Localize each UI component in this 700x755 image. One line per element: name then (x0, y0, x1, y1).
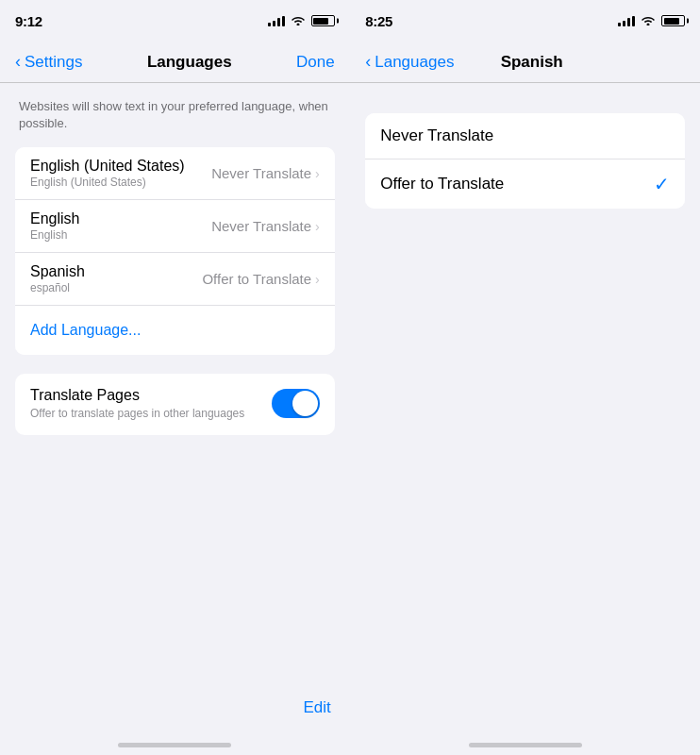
signal-icon-right (618, 15, 635, 26)
right-panel: 8:25 ‹ Languages (350, 0, 700, 755)
wifi-icon (291, 14, 306, 28)
nav-bar-right: ‹ Languages Spanish (350, 42, 700, 83)
back-chevron-icon: ‹ (15, 52, 21, 72)
status-bar-right: 8:25 (350, 0, 700, 42)
language-action-spanish: Offer to Translate (202, 271, 311, 287)
back-label-settings: Settings (25, 53, 82, 72)
language-item-english-us[interactable]: English (United States) English (United … (15, 147, 335, 200)
language-subtitle-english: English (30, 228, 79, 242)
left-panel: 9:12 ‹ Settings (0, 0, 350, 755)
back-chevron-icon-right: ‹ (365, 52, 371, 72)
add-language-label: Add Language... (30, 322, 141, 339)
translate-pages-subtitle: Offer to translate pages in other langua… (30, 406, 260, 422)
option-label-never-translate: Never Translate (380, 126, 493, 145)
back-button-languages[interactable]: ‹ Languages (365, 53, 454, 72)
status-icons-right (618, 14, 685, 28)
language-action-english-us: Never Translate (211, 165, 311, 181)
home-indicator-left (118, 743, 231, 747)
status-bar-left: 9:12 (0, 0, 350, 42)
translate-pages-toggle[interactable] (272, 389, 320, 418)
language-item-spanish[interactable]: Spanish español Offer to Translate › (15, 253, 335, 306)
edit-link[interactable]: Edit (303, 698, 330, 716)
add-language-item[interactable]: Add Language... (15, 306, 335, 355)
checkmark-icon: ✓ (654, 173, 670, 195)
edit-link-row: Edit (303, 698, 330, 717)
battery-icon (311, 15, 335, 26)
option-list: Never Translate Offer to Translate ✓ (365, 113, 685, 209)
battery-icon-right (661, 15, 685, 26)
language-subtitle-english-us: English (United States) (30, 176, 185, 189)
status-icons-left (268, 14, 335, 28)
status-time-left: 9:12 (15, 13, 42, 29)
nav-bar-left: ‹ Settings Languages Done (0, 42, 350, 83)
language-title-english-us: English (United States) (30, 158, 185, 175)
language-action-english: Never Translate (211, 218, 311, 234)
nav-title-languages: Languages (147, 53, 232, 72)
language-list: English (United States) English (United … (15, 147, 335, 355)
language-title-english: English (30, 210, 79, 227)
done-button[interactable]: Done (296, 53, 335, 72)
language-subtitle-spanish: español (30, 281, 85, 294)
language-title-spanish: Spanish (30, 263, 85, 280)
section-note: Websites will show text in your preferre… (0, 98, 350, 147)
status-time-right: 8:25 (365, 13, 392, 29)
translate-pages-card: Translate Pages Offer to translate pages… (15, 374, 335, 435)
signal-icon (268, 15, 285, 26)
language-item-english[interactable]: English English Never Translate › (15, 200, 335, 253)
back-label-languages: Languages (375, 53, 454, 72)
toggle-knob (292, 391, 318, 416)
translate-pages-title: Translate Pages (30, 387, 260, 404)
chevron-right-icon-2: › (315, 272, 320, 287)
option-label-offer-translate: Offer to Translate (380, 175, 504, 193)
home-indicator-right (469, 743, 582, 747)
right-content: Never Translate Offer to Translate ✓ (350, 83, 700, 755)
option-item-never-translate[interactable]: Never Translate (365, 113, 685, 159)
wifi-icon-right (641, 14, 656, 28)
chevron-right-icon-1: › (315, 219, 320, 234)
chevron-right-icon-0: › (315, 166, 320, 181)
left-content: Websites will show text in your preferre… (0, 83, 350, 755)
back-button-settings[interactable]: ‹ Settings (15, 53, 82, 72)
option-item-offer-translate[interactable]: Offer to Translate ✓ (365, 159, 685, 209)
nav-title-spanish: Spanish (501, 53, 563, 72)
